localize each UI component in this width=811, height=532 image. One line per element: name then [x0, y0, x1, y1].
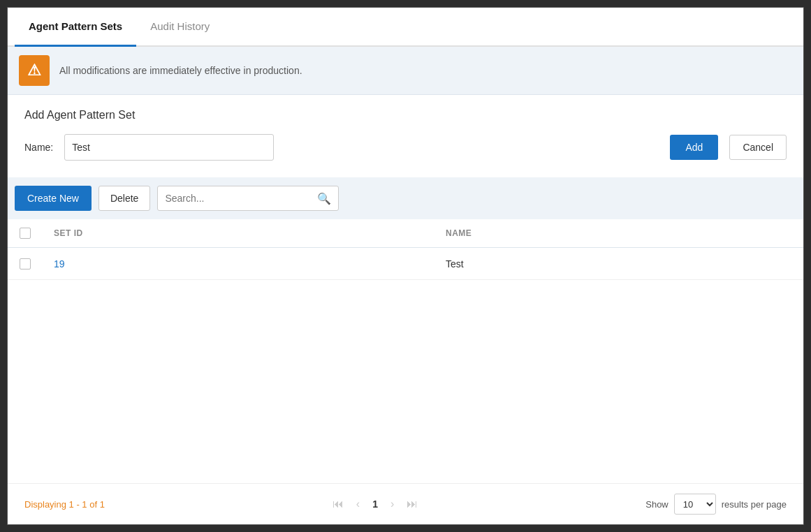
- add-button[interactable]: Add: [670, 135, 718, 160]
- table-container: SET ID NAME 19: [8, 219, 803, 469]
- show-label: Show: [645, 499, 668, 510]
- col-name: NAME: [434, 219, 803, 248]
- pagination: ⏮ ‹ 1 › ⏭: [328, 497, 422, 511]
- set-id-link[interactable]: 19: [54, 258, 65, 269]
- tab-audit-history[interactable]: Audit History: [136, 8, 224, 47]
- col-set-id: SET ID: [43, 219, 434, 248]
- name-label: Name:: [24, 142, 53, 153]
- results-per-page-label: results per page: [722, 499, 787, 510]
- first-page-button[interactable]: ⏮: [328, 497, 348, 511]
- tab-agent-pattern-sets[interactable]: Agent Pattern Sets: [15, 8, 136, 47]
- displaying-text: Displaying 1 - 1 of 1: [24, 499, 105, 510]
- next-page-button[interactable]: ›: [386, 497, 398, 511]
- warning-icon: ⚠: [27, 63, 41, 78]
- row-checkbox[interactable]: [20, 258, 31, 269]
- warning-banner: ⚠ All modifications are immediately effe…: [8, 47, 803, 95]
- current-page: 1: [368, 497, 382, 511]
- col-checkbox: [8, 219, 43, 248]
- app-container: Agent Pattern Sets Audit History ⚠ All m…: [7, 7, 804, 525]
- add-section-title: Add Agent Pattern Set: [24, 109, 787, 121]
- table-row: 19 Test: [8, 248, 803, 280]
- search-input[interactable]: [165, 193, 317, 204]
- tabs-bar: Agent Pattern Sets Audit History: [8, 8, 803, 47]
- footer: Displaying 1 - 1 of 1 ⏮ ‹ 1 › ⏭ Show 10 …: [8, 483, 803, 524]
- row-checkbox-cell: [8, 248, 43, 280]
- table-header-row: SET ID NAME: [8, 219, 803, 248]
- search-icon: 🔍: [317, 192, 331, 205]
- delete-button[interactable]: Delete: [98, 186, 150, 211]
- header-checkbox[interactable]: [20, 228, 31, 239]
- main-content: Add Agent Pattern Set Name: Add Cancel C…: [8, 95, 803, 483]
- create-new-button[interactable]: Create New: [15, 186, 92, 211]
- last-page-button[interactable]: ⏭: [402, 497, 422, 511]
- warning-text: All modifications are immediately effect…: [59, 65, 302, 76]
- warning-icon-box: ⚠: [19, 55, 50, 86]
- prev-page-button[interactable]: ‹: [352, 497, 364, 511]
- row-set-id: 19: [43, 248, 434, 280]
- row-name: Test: [434, 248, 803, 280]
- cancel-button[interactable]: Cancel: [729, 135, 787, 160]
- show-per-page: Show 10 25 50 100 results per page: [645, 494, 787, 515]
- per-page-select[interactable]: 10 25 50 100: [674, 494, 716, 515]
- data-table: SET ID NAME 19: [8, 219, 803, 280]
- toolbar: Create New Delete 🔍: [8, 177, 803, 219]
- name-input[interactable]: [64, 134, 274, 161]
- add-form-row: Name: Add Cancel: [24, 134, 787, 161]
- search-wrapper: 🔍: [157, 186, 339, 211]
